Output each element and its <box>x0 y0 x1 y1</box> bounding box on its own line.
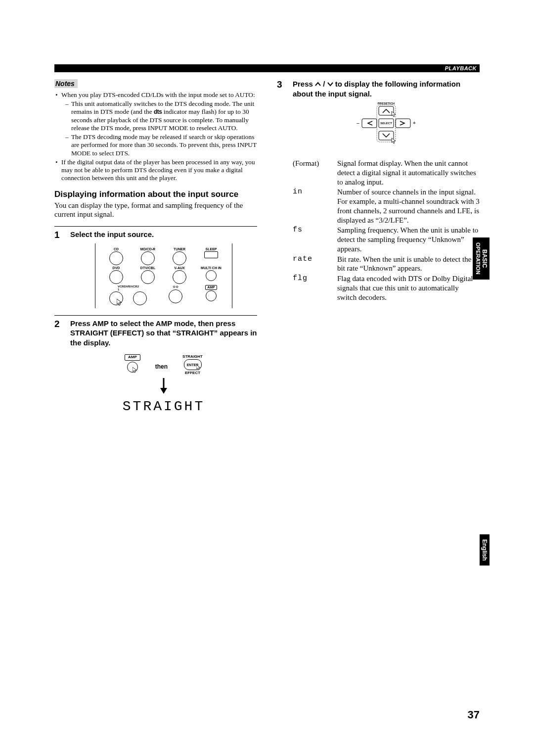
info-key: rate <box>293 255 337 274</box>
note-item: If the digital output data of the player… <box>61 158 257 183</box>
remote-btn-vcr-row: VCR 1DVR/VCR2 <box>104 285 152 305</box>
remote-btn-mdcdr: MD/CD-R <box>136 247 160 265</box>
svg-rect-2 <box>379 106 394 115</box>
chevron-up-icon <box>315 82 321 87</box>
notes-sublist: This unit automatically switches to the … <box>66 100 257 157</box>
info-value: Number of source channels in the input s… <box>337 188 480 225</box>
side-tab-language: English <box>480 534 490 566</box>
section-intro: You can display the type, format and sam… <box>54 201 257 220</box>
note-subitem: The DTS decoding mode may be released if… <box>71 133 257 157</box>
table-row: (Format) Signal format display. When the… <box>293 159 480 187</box>
remote-btn-vaux: V-AUX <box>168 266 191 284</box>
divider <box>54 315 257 316</box>
info-value: Bit rate. When the unit is unable to det… <box>337 255 480 274</box>
info-key: fs <box>293 226 337 253</box>
remote-btn-dvd: DVD <box>104 266 128 284</box>
svg-rect-4 <box>362 119 377 128</box>
remote-btn-dtvcbl: DTV/CBL <box>136 266 160 284</box>
step-heading: Press / to display the following informa… <box>293 79 480 98</box>
step-number: 3 <box>277 79 286 303</box>
dts-logo-text: dts <box>154 108 162 115</box>
content-columns: Notes When you play DTS-encoded CD/LDs w… <box>54 79 480 418</box>
dpad-label-top: PRESET/CH <box>378 102 395 105</box>
info-key: (Format) <box>293 159 337 187</box>
notes-list: When you play DTS-encoded CD/LDs with th… <box>54 91 257 182</box>
divider <box>54 226 257 227</box>
svg-text:SELECT: SELECT <box>380 122 392 125</box>
step-number: 1 <box>54 230 63 308</box>
svg-text:–: – <box>356 120 359 126</box>
remote-btn-sleep: SLEEP <box>199 247 223 265</box>
amp-button-figure: AMP <box>125 354 140 372</box>
cursor-icon <box>117 299 123 306</box>
svg-rect-5 <box>396 119 410 128</box>
table-row: flg Flag data encoded with DTS or Dolby … <box>293 274 480 302</box>
side-tab-operation: BASIC OPERATION <box>473 237 490 280</box>
table-row: fs Sampling frequency. When the unit is … <box>293 226 480 253</box>
step-2: 2 Press AMP to select the AMP mode, then… <box>54 319 257 415</box>
info-key: flg <box>293 274 337 302</box>
then-label: then <box>155 363 168 370</box>
step-heading: Press AMP to select the AMP mode, then p… <box>70 319 257 348</box>
table-row: rate Bit rate. When the unit is unable t… <box>293 255 480 274</box>
step-heading: Select the input source. <box>70 230 257 239</box>
step-3: 3 Press / to display the following infor… <box>277 79 480 303</box>
left-column: Notes When you play DTS-encoded CD/LDs w… <box>54 79 257 418</box>
svg-rect-3 <box>379 131 394 140</box>
remote-btn-stars: ☆☆ <box>164 285 187 305</box>
right-column: 3 Press / to display the following infor… <box>277 79 480 418</box>
svg-marker-1 <box>160 388 167 394</box>
straight-button-figure: STRAIGHT ENTER EFFECT <box>182 354 203 375</box>
info-key: in <box>293 188 337 225</box>
cursor-icon <box>196 365 201 371</box>
step-1: 1 Select the input source. CD MD/CD-R TU… <box>54 230 257 308</box>
section-heading: Displaying information about the input s… <box>54 189 257 199</box>
step-number: 2 <box>54 319 63 415</box>
notes-heading: Notes <box>54 79 78 88</box>
chevron-down-icon <box>327 82 333 87</box>
arrow-down-icon <box>70 378 257 396</box>
remote-buttons-figure: CD MD/CD-R TUNER SLEEP DVD DTV/CBL V-AUX… <box>95 243 232 308</box>
remote-btn-cd: CD <box>104 247 128 265</box>
cursor-icon <box>133 367 137 373</box>
breadcrumb: PLAYBACK <box>445 65 477 71</box>
display-readout: STRAIGHT <box>70 399 257 414</box>
note-subitem: This unit automatically switches to the … <box>71 100 257 132</box>
svg-text:+: + <box>413 120 416 126</box>
page-number: 37 <box>468 709 480 721</box>
note-item: When you play DTS-encoded CD/LDs with th… <box>61 91 257 157</box>
manual-page: PLAYBACK Notes When you play DTS-encoded… <box>0 0 534 756</box>
remote-btn-multichin: MULTI CH IN <box>199 266 223 284</box>
remote-btn-tuner: TUNER <box>168 247 191 265</box>
dpad-figure: PRESET/CH <box>293 100 480 150</box>
info-value: Flag data encoded with DTS or Dolby Digi… <box>337 274 480 302</box>
table-row: in Number of source channels in the inpu… <box>293 188 480 225</box>
remote-btn-amp: AMP <box>199 285 223 305</box>
signal-info-table: (Format) Signal format display. When the… <box>293 159 480 302</box>
info-value: Signal format display. When the unit can… <box>337 159 480 187</box>
amp-then-figure: AMP then STRAIGHT ENTER <box>70 354 257 375</box>
info-value: Sampling frequency. When the unit is una… <box>337 226 480 253</box>
header-bar: PLAYBACK <box>54 64 480 72</box>
